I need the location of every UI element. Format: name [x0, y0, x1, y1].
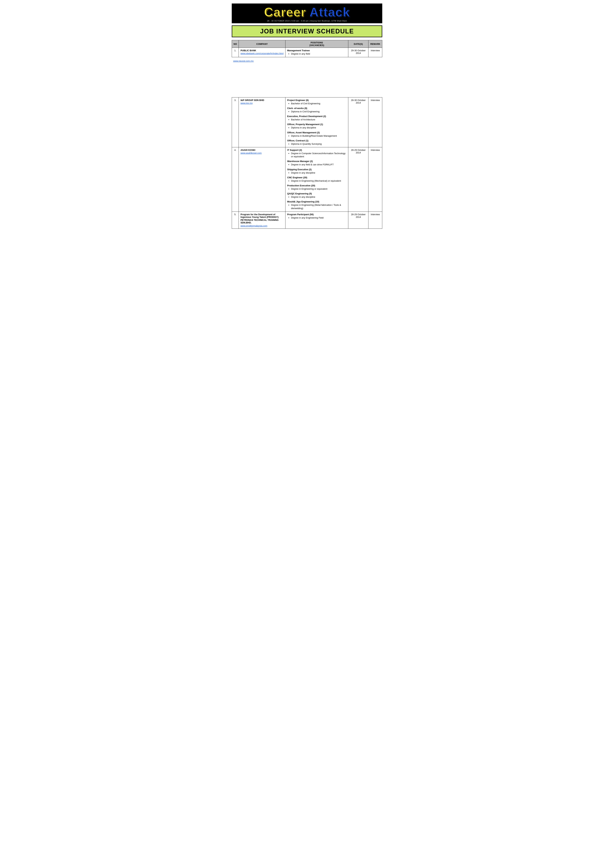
remark-cell: Interview — [368, 97, 382, 147]
position-group: Warehouse Manager (2) Degree in any fiel… — [287, 160, 346, 166]
company-cell: Program for the Development of Ingenious… — [239, 212, 285, 228]
position-title: Mould& Jigs Engineering (10) — [287, 200, 346, 203]
position-list: Degree in Engineering (Metal fabrication… — [291, 203, 346, 210]
schedule-title: JOB INTERVIEW SCHEDULE — [260, 28, 354, 35]
position-list: Diploma in Building/Real Estate Manageme… — [291, 134, 346, 138]
neural-link[interactable]: www.neural.com.my — [233, 60, 381, 62]
company-name-2: PETRONAS TECHNICAL TRAINING SDN.BHD. — [240, 219, 284, 224]
positions-cell: Management Trainee Degree in any field — [285, 48, 348, 57]
list-item: Degree in Engineering (Mechanical) or eq… — [291, 179, 346, 183]
company-name: ASAHI KOSEI — [240, 149, 284, 151]
neural-cell: www.neural.com.my — [232, 57, 382, 62]
position-title: Warehouse Manager (2) — [287, 160, 346, 163]
table-row: 4. ASAHI KOSEI www.asahikosei.com IT Sup… — [232, 147, 382, 212]
company-link[interactable]: www.prodigymalaysia.com — [240, 225, 267, 227]
position-list: Degree in any discipline — [291, 195, 346, 198]
position-group: CNC Engineer (20) Degree in Engineering … — [287, 176, 346, 183]
position-group: Production Executive (20) Degree in Engi… — [287, 184, 346, 191]
spacer-cell — [232, 62, 382, 97]
dates-cell: 28-29 October 2014 — [348, 212, 368, 228]
position-list: Diploma in any discipline — [291, 126, 346, 129]
positions-cell: IT Support (2) Degree in Computer Scienc… — [285, 147, 348, 212]
position-list: Bachelor of Civil Engineering — [291, 102, 346, 105]
remark-cell: Interview — [368, 147, 382, 212]
position-title: Shipping Executive (2) — [287, 168, 346, 171]
position-title: Management Trainee — [287, 49, 346, 52]
position-group: Officer, Contract (1) Diploma in Quantit… — [287, 139, 346, 146]
position-list: Degree in any discipline — [291, 171, 346, 174]
position-list: Diploma in Quantity Surveying — [291, 143, 346, 146]
positions-cell: Program Participant (50) Degree in any E… — [285, 212, 348, 228]
header-banner: Career Attack 28 - 30 OCTOBER 2014 | 9.0… — [232, 3, 382, 23]
col-header-remark: REMARK — [368, 40, 382, 48]
position-list: Degree in Engineering or equivalent — [291, 188, 346, 191]
position-group: Officer, Property Management (1) Diploma… — [287, 123, 346, 129]
list-item: Degree in any Engineering Field — [291, 216, 346, 219]
main-title: Career Attack — [235, 5, 379, 19]
attack-word: Attack — [309, 5, 350, 19]
position-group: Executive, Product Development (2) Bache… — [287, 115, 346, 121]
company-cell: PUBLIC BANK www.pbebank.com/corporate/hr… — [239, 48, 285, 57]
position-title: Project Engineer (6) — [287, 99, 346, 101]
position-group: IT Support (2) Degree in Computer Scienc… — [287, 149, 346, 158]
list-item: Degree in any field — [291, 52, 346, 56]
list-item: Bachelor of Architecture — [291, 118, 346, 121]
position-list: Bachelor of Architecture — [291, 118, 346, 121]
position-title: Program Participant (50) — [287, 213, 346, 216]
list-item: Degree in any discipline — [291, 195, 346, 198]
list-item: Diploma in any discipline — [291, 126, 346, 129]
position-title: Clerk -of-works (9) — [287, 107, 346, 110]
table-row: 3. I&P GROUP SDN BHD www.inp.my Project … — [232, 97, 382, 147]
row-no: 4. — [232, 147, 239, 212]
neural-row: www.neural.com.my — [232, 57, 382, 62]
position-list: Diploma in Civil Engineering — [291, 110, 346, 113]
col-header-no: NO — [232, 40, 239, 48]
position-title: QA/QC Engineering (5) — [287, 192, 346, 195]
position-group: Officer, Asset Management (2) Diploma in… — [287, 131, 346, 138]
company-link[interactable]: www.inp.my — [240, 102, 253, 104]
dates-cell: 29-30 October 2014 — [348, 48, 368, 57]
list-item: Degree in Engineering or equivalent — [291, 188, 346, 191]
company-name: PUBLIC BANK — [240, 49, 284, 52]
list-item: Degree in Computer Sciences/Information … — [291, 152, 346, 158]
spacer-row — [232, 62, 382, 97]
position-title: CNC Engineer (20) — [287, 176, 346, 179]
position-group: Shipping Executive (2) Degree in any dis… — [287, 168, 346, 174]
dates-cell: 28-29 October 2014 — [348, 147, 368, 212]
position-group: Mould& Jigs Engineering (10) Degree in E… — [287, 200, 346, 210]
col-header-positions: POSITIONS (VACANCIES) — [285, 40, 348, 48]
position-group: QA/QC Engineering (5) Degree in any disc… — [287, 192, 346, 198]
company-cell: I&P GROUP SDN BHD www.inp.my — [239, 97, 285, 147]
list-item: Degree in any discipline — [291, 171, 346, 174]
position-group: Program Participant (50) Degree in any E… — [287, 213, 346, 219]
table-row: 1. PUBLIC BANK www.pbebank.com/corporate… — [232, 48, 382, 57]
position-group: Clerk -of-works (9) Diploma in Civil Eng… — [287, 107, 346, 113]
position-title: Officer, Property Management (1) — [287, 123, 346, 126]
position-list: Degree in any Engineering Field — [291, 216, 346, 219]
position-title: Officer, Contract (1) — [287, 139, 346, 142]
position-list: Degree in any field — [291, 52, 346, 56]
positions-cell: Project Engineer (6) Bachelor of Civil E… — [285, 97, 348, 147]
company-link[interactable]: www.asahikosei.com — [240, 152, 262, 154]
position-title: Officer, Asset Management (2) — [287, 131, 346, 134]
col-header-company: COMPANY — [239, 40, 285, 48]
table-row: 5. Program for the Development of Ingeni… — [232, 212, 382, 228]
position-title: Executive, Product Development (2) — [287, 115, 346, 118]
remark-cell: Interview — [368, 48, 382, 57]
list-item: Diploma in Quantity Surveying — [291, 143, 346, 146]
career-word: Career — [264, 5, 306, 19]
company-name: Program for the Development of Ingenious… — [240, 213, 284, 219]
position-list: Degree in Computer Sciences/Information … — [291, 152, 346, 158]
company-link[interactable]: www.pbebank.com/corporate/hr/index.html — [240, 52, 284, 55]
position-title: IT Support (2) — [287, 149, 346, 151]
col-header-dates: DATE(S) — [348, 40, 368, 48]
row-no: 1. — [232, 48, 239, 57]
row-no: 3. — [232, 97, 239, 147]
row-no: 5. — [232, 212, 239, 228]
position-group: Management Trainee Degree in any field — [287, 49, 346, 56]
company-cell: ASAHI KOSEI www.asahikosei.com — [239, 147, 285, 212]
list-item: Bachelor of Civil Engineering — [291, 102, 346, 105]
job-table: NO COMPANY POSITIONS (VACANCIES) DATE(S)… — [232, 40, 382, 229]
position-list: Degree in any field & can drive FORKLIFT — [291, 163, 346, 166]
dates-cell: 28-30 October 2014 — [348, 97, 368, 147]
